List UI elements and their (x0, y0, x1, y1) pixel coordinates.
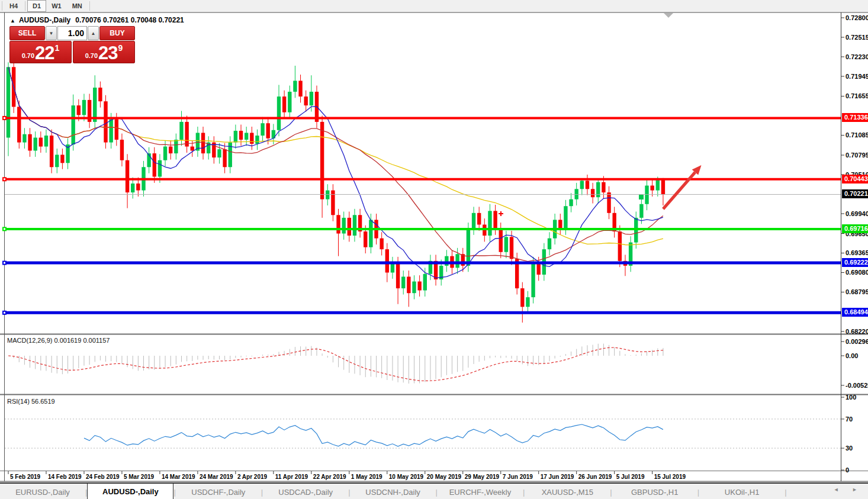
moving-average-line (8, 67, 663, 261)
sell-price-small: 0.70 (22, 52, 34, 59)
level-anchor-dot (4, 262, 5, 264)
chart-tab-usdcad-daily[interactable]: USDCAD-,Daily (263, 484, 348, 499)
chart-tab-usdchf-daily[interactable]: USDCHF-,Daily (176, 484, 261, 499)
price-chart-surface[interactable] (0, 0, 868, 499)
sell-price-display[interactable]: 0.70 22 1 (9, 41, 72, 63)
tab-scroll-right-button[interactable]: ► (852, 487, 863, 492)
volume-decrease-button[interactable]: ▼ (46, 26, 57, 40)
sell-button[interactable]: SELL (9, 26, 45, 40)
trade-marker-square (639, 195, 644, 199)
volume-increase-button[interactable]: ▲ (88, 26, 99, 40)
tab-scroll-left-button[interactable]: ◄ (834, 487, 845, 492)
toolbar-separator (2, 1, 2, 11)
chart-tab-ukoil-h1[interactable]: UKOil-,H1 (699, 484, 785, 499)
volume-input[interactable] (57, 26, 87, 40)
level-anchor-dot (4, 117, 5, 119)
terminal-window: H4D1W1MN 0.728000.725150.722300.719450.7… (0, 0, 868, 499)
macd-histogram (8, 344, 663, 384)
tab-scroll-arrows: ◄ ► (834, 487, 863, 492)
toolbar-separator (25, 1, 25, 11)
trend-arrow-line (663, 172, 695, 209)
chart-tab-usdcnh-daily[interactable]: USDCNH-,Daily (351, 484, 436, 499)
buy-price-big: 23 (98, 46, 117, 61)
toolbar-separator (89, 1, 90, 11)
one-click-trading-panel: SELL ▼ ▲ BUY 0.70 22 1 0.70 23 9 (9, 26, 135, 63)
timeframe-toolbar: H4D1W1MN (0, 0, 868, 12)
chart-tab-xauusd-m15[interactable]: XAUUSD-,M15 (525, 484, 610, 499)
chart-tab-eurchf-weekly[interactable]: EURCHF-,Weekly (438, 484, 523, 499)
timeframe-button-w1[interactable]: W1 (46, 0, 67, 12)
buy-button[interactable]: BUY (99, 26, 135, 40)
chevron-down-icon[interactable] (664, 13, 673, 18)
timeframe-button-d1[interactable]: D1 (27, 0, 46, 12)
buy-price-pip: 9 (118, 43, 123, 53)
buy-price-small: 0.70 (85, 52, 98, 59)
timeframe-button-h4[interactable]: H4 (4, 0, 23, 12)
chart-ohlc-values: 0.70076 0.70261 0.70048 0.70221 (75, 16, 184, 24)
sell-price-pip: 1 (55, 43, 60, 53)
level-anchor-dot (4, 228, 5, 230)
chart-tab-audusd-daily[interactable]: AUDUSD-,Daily (87, 484, 173, 499)
buy-price-display[interactable]: 0.70 23 9 (73, 41, 135, 63)
moving-average-line (8, 67, 663, 278)
collapse-panel-icon[interactable]: ▲ (10, 18, 15, 24)
candlesticks (7, 52, 665, 323)
chart-symbol-title: AUDUSD-,Daily (19, 16, 70, 24)
sell-price-big: 22 (35, 46, 54, 61)
level-anchor-dot (4, 312, 5, 314)
macd-signal-line (8, 347, 663, 381)
chart-tab-eurusd-daily[interactable]: EURUSD-,Daily (0, 484, 85, 499)
chart-tab-gbpusd-h1[interactable]: GBPUSD-,H1 (612, 484, 697, 499)
timeframe-button-mn[interactable]: MN (67, 0, 88, 12)
chart-header: ▲AUDUSD-,Daily0.70076 0.70261 0.70048 0.… (10, 16, 184, 24)
level-anchor-dot (4, 178, 5, 180)
chart-tab-bar: EURUSD-,Daily|AUDUSD-,Daily|USDCHF-,Dail… (0, 482, 868, 499)
rsi-line (84, 424, 663, 446)
tab-separator: | (785, 488, 786, 497)
